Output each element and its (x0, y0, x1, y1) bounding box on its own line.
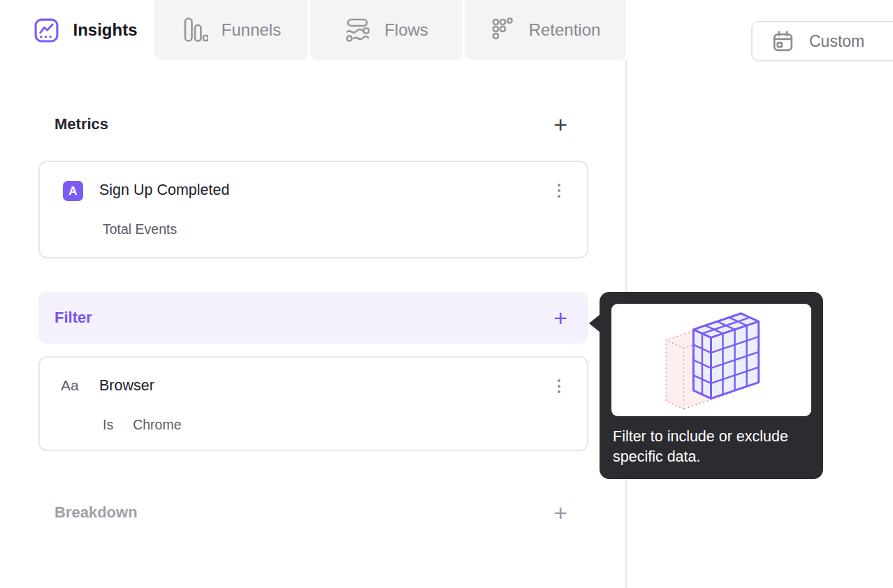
filter-condition: IsChrome (103, 417, 182, 433)
funnels-bars-icon (182, 16, 208, 44)
flows-streams-icon (344, 17, 371, 43)
report-type-tabbar: Insights Funnels Flows (0, 0, 626, 60)
tooltip-text: Filter to include or exclude specific da… (613, 427, 796, 467)
filter-condition-card[interactable]: Aa Browser IsChrome (38, 356, 588, 451)
custom-button-label: Custom (809, 32, 864, 51)
add-metric-button[interactable]: + (553, 112, 567, 136)
metric-kebab-menu-icon[interactable] (552, 184, 566, 205)
tab-retention[interactable]: Retention (465, 0, 626, 60)
filter-section-title: Filter (55, 309, 92, 327)
filter-section-header: Filter + (38, 292, 588, 344)
breakdown-section-title: Breakdown (55, 504, 138, 522)
retention-dots-icon (491, 16, 516, 44)
calendar-icon (771, 29, 795, 54)
tooltip-illustration-panel (611, 304, 811, 416)
add-filter-button[interactable]: + (553, 306, 567, 330)
filter-value[interactable]: Chrome (133, 417, 181, 432)
metric-card[interactable]: A Sign Up Completed Total Events (38, 161, 588, 258)
metric-aggregation[interactable]: Total Events (103, 221, 177, 237)
tab-insights[interactable]: Insights (19, 0, 152, 60)
breakdown-section-header: Breakdown + (38, 500, 588, 525)
insights-line-chart-icon (34, 17, 59, 43)
tab-label: Flows (384, 20, 428, 40)
metric-series-badge: A (63, 181, 83, 201)
insights-report-builder: Insights Funnels Flows (0, 0, 893, 588)
filter-operator[interactable]: Is (103, 417, 113, 432)
text-property-icon: Aa (61, 377, 79, 394)
tab-label: Insights (73, 20, 137, 40)
add-breakdown-button[interactable]: + (553, 501, 567, 524)
tab-label: Funnels (222, 20, 281, 40)
date-range-custom-button[interactable]: Custom (751, 21, 893, 61)
metrics-section-title: Metrics (55, 115, 108, 133)
tooltip-arrow (589, 314, 600, 332)
metric-title: Sign Up Completed (99, 182, 229, 199)
metrics-section-header: Metrics + (38, 112, 588, 137)
filter-property-name: Browser (99, 377, 154, 395)
filter-kebab-menu-icon[interactable] (552, 379, 566, 400)
tab-funnels[interactable]: Funnels (154, 0, 308, 60)
tab-label: Retention (529, 20, 601, 40)
filter-help-tooltip: Filter to include or exclude specific da… (600, 292, 823, 479)
tab-flows[interactable]: Flows (310, 0, 463, 60)
filter-cube-illustration (611, 304, 811, 416)
